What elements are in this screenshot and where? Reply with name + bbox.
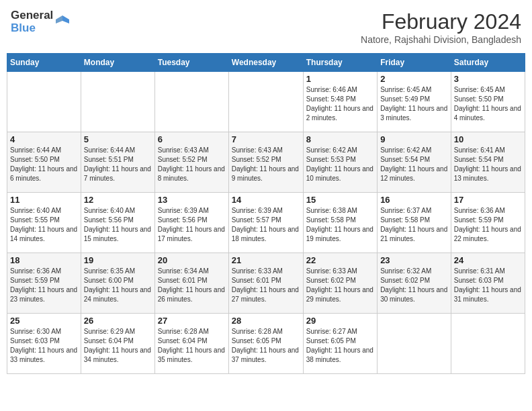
calendar-cell: 29Sunrise: 6:27 AM Sunset: 6:05 PM Dayli… (303, 314, 377, 374)
day-info: Sunrise: 6:37 AM Sunset: 5:58 PM Dayligh… (380, 206, 448, 244)
calendar-cell: 21Sunrise: 6:33 AM Sunset: 6:01 PM Dayli… (228, 253, 303, 314)
day-info: Sunrise: 6:27 AM Sunset: 6:05 PM Dayligh… (306, 327, 374, 365)
calendar-cell: 8Sunrise: 6:42 AM Sunset: 5:53 PM Daylig… (303, 132, 377, 193)
day-info: Sunrise: 6:35 AM Sunset: 6:00 PM Dayligh… (84, 267, 152, 304)
calendar-cell: 5Sunrise: 6:44 AM Sunset: 5:51 PM Daylig… (81, 132, 154, 193)
day-info: Sunrise: 6:31 AM Sunset: 6:03 PM Dayligh… (454, 267, 522, 304)
calendar-cell: 14Sunrise: 6:39 AM Sunset: 5:57 PM Dayli… (228, 193, 303, 253)
day-number: 3 (454, 74, 522, 84)
calendar-cell: 13Sunrise: 6:39 AM Sunset: 5:56 PM Dayli… (154, 193, 228, 253)
day-number: 27 (158, 316, 226, 326)
day-info: Sunrise: 6:41 AM Sunset: 5:54 PM Dayligh… (454, 146, 522, 183)
day-info: Sunrise: 6:43 AM Sunset: 5:52 PM Dayligh… (232, 146, 300, 183)
day-number: 19 (84, 255, 152, 265)
day-info: Sunrise: 6:44 AM Sunset: 5:50 PM Dayligh… (10, 146, 78, 183)
day-number: 13 (158, 195, 226, 205)
calendar-cell (7, 72, 81, 132)
day-info: Sunrise: 6:46 AM Sunset: 5:48 PM Dayligh… (306, 85, 374, 123)
day-number: 28 (232, 316, 300, 326)
calendar-cell: 1Sunrise: 6:46 AM Sunset: 5:48 PM Daylig… (303, 72, 377, 132)
calendar-week-row: 25Sunrise: 6:30 AM Sunset: 6:03 PM Dayli… (7, 314, 525, 374)
calendar-cell (228, 72, 303, 132)
calendar-cell: 19Sunrise: 6:35 AM Sunset: 6:00 PM Dayli… (81, 253, 154, 314)
calendar-cell: 16Sunrise: 6:37 AM Sunset: 5:58 PM Dayli… (378, 193, 451, 253)
col-header-wednesday: Wednesday (228, 54, 303, 72)
day-info: Sunrise: 6:45 AM Sunset: 5:49 PM Dayligh… (380, 85, 448, 123)
day-number: 5 (84, 134, 152, 144)
day-info: Sunrise: 6:28 AM Sunset: 6:05 PM Dayligh… (232, 327, 300, 365)
calendar-week-row: 1Sunrise: 6:46 AM Sunset: 5:48 PM Daylig… (7, 72, 525, 132)
calendar-cell: 7Sunrise: 6:43 AM Sunset: 5:52 PM Daylig… (228, 132, 303, 193)
day-info: Sunrise: 6:40 AM Sunset: 5:56 PM Dayligh… (84, 206, 152, 244)
day-number: 18 (10, 255, 78, 265)
day-info: Sunrise: 6:30 AM Sunset: 6:03 PM Dayligh… (10, 327, 78, 365)
calendar-table: SundayMondayTuesdayWednesdayThursdayFrid… (7, 53, 525, 374)
day-info: Sunrise: 6:43 AM Sunset: 5:52 PM Dayligh… (158, 146, 226, 183)
day-number: 21 (232, 255, 300, 265)
day-number: 26 (84, 316, 152, 326)
day-info: Sunrise: 6:28 AM Sunset: 6:04 PM Dayligh… (158, 327, 226, 365)
calendar-cell: 24Sunrise: 6:31 AM Sunset: 6:03 PM Dayli… (451, 253, 525, 314)
day-number: 6 (158, 134, 226, 144)
calendar-cell (81, 72, 154, 132)
day-info: Sunrise: 6:29 AM Sunset: 6:04 PM Dayligh… (84, 327, 152, 365)
day-number: 24 (454, 255, 522, 265)
day-number: 22 (306, 255, 374, 265)
calendar-cell: 10Sunrise: 6:41 AM Sunset: 5:54 PM Dayli… (451, 132, 525, 193)
day-info: Sunrise: 6:33 AM Sunset: 6:02 PM Dayligh… (306, 267, 374, 304)
col-header-sunday: Sunday (7, 54, 81, 72)
day-number: 29 (306, 316, 374, 326)
col-header-monday: Monday (81, 54, 154, 72)
calendar-cell: 6Sunrise: 6:43 AM Sunset: 5:52 PM Daylig… (154, 132, 228, 193)
calendar-cell: 28Sunrise: 6:28 AM Sunset: 6:05 PM Dayli… (228, 314, 303, 374)
day-info: Sunrise: 6:33 AM Sunset: 6:01 PM Dayligh… (232, 267, 300, 304)
day-info: Sunrise: 6:39 AM Sunset: 5:57 PM Dayligh… (232, 206, 300, 244)
logo-bird-icon (56, 14, 69, 28)
col-header-thursday: Thursday (303, 54, 377, 72)
calendar-cell: 17Sunrise: 6:36 AM Sunset: 5:59 PM Dayli… (451, 193, 525, 253)
calendar-cell: 4Sunrise: 6:44 AM Sunset: 5:50 PM Daylig… (7, 132, 81, 193)
day-info: Sunrise: 6:42 AM Sunset: 5:53 PM Dayligh… (306, 146, 374, 183)
calendar-cell: 9Sunrise: 6:42 AM Sunset: 5:54 PM Daylig… (378, 132, 451, 193)
day-info: Sunrise: 6:32 AM Sunset: 6:02 PM Dayligh… (380, 267, 448, 304)
day-number: 7 (232, 134, 300, 144)
day-number: 8 (306, 134, 374, 144)
col-header-tuesday: Tuesday (154, 54, 228, 72)
day-number: 25 (10, 316, 78, 326)
day-number: 11 (10, 195, 78, 205)
calendar-cell: 11Sunrise: 6:40 AM Sunset: 5:55 PM Dayli… (7, 193, 81, 253)
calendar-cell: 3Sunrise: 6:45 AM Sunset: 5:50 PM Daylig… (451, 72, 525, 132)
calendar-cell: 18Sunrise: 6:36 AM Sunset: 5:59 PM Dayli… (7, 253, 81, 314)
day-info: Sunrise: 6:40 AM Sunset: 5:55 PM Dayligh… (10, 206, 78, 244)
day-number: 15 (306, 195, 374, 205)
calendar-cell (451, 314, 525, 374)
calendar-cell: 27Sunrise: 6:28 AM Sunset: 6:04 PM Dayli… (154, 314, 228, 374)
header: General Blue February 2024 Natore, Rajsh… (7, 7, 525, 48)
day-info: Sunrise: 6:36 AM Sunset: 5:59 PM Dayligh… (454, 206, 522, 244)
svg-marker-0 (62, 15, 69, 24)
day-info: Sunrise: 6:45 AM Sunset: 5:50 PM Dayligh… (454, 85, 522, 123)
day-number: 14 (232, 195, 300, 205)
logo: General Blue (11, 9, 69, 34)
svg-marker-1 (56, 15, 62, 24)
logo-text: General Blue (11, 9, 53, 34)
calendar-week-row: 4Sunrise: 6:44 AM Sunset: 5:50 PM Daylig… (7, 132, 525, 193)
day-number: 20 (158, 255, 226, 265)
calendar-week-row: 18Sunrise: 6:36 AM Sunset: 5:59 PM Dayli… (7, 253, 525, 314)
calendar-week-row: 11Sunrise: 6:40 AM Sunset: 5:55 PM Dayli… (7, 193, 525, 253)
calendar-cell: 20Sunrise: 6:34 AM Sunset: 6:01 PM Dayli… (154, 253, 228, 314)
calendar-cell: 25Sunrise: 6:30 AM Sunset: 6:03 PM Dayli… (7, 314, 81, 374)
col-header-saturday: Saturday (451, 54, 525, 72)
day-number: 9 (380, 134, 448, 144)
day-info: Sunrise: 6:36 AM Sunset: 5:59 PM Dayligh… (10, 267, 78, 304)
calendar-cell (154, 72, 228, 132)
day-info: Sunrise: 6:44 AM Sunset: 5:51 PM Dayligh… (84, 146, 152, 183)
day-number: 10 (454, 134, 522, 144)
day-info: Sunrise: 6:34 AM Sunset: 6:01 PM Dayligh… (158, 267, 226, 304)
col-header-friday: Friday (378, 54, 451, 72)
day-number: 1 (306, 74, 374, 84)
day-info: Sunrise: 6:38 AM Sunset: 5:58 PM Dayligh… (306, 206, 374, 244)
day-number: 2 (380, 74, 448, 84)
calendar-cell: 12Sunrise: 6:40 AM Sunset: 5:56 PM Dayli… (81, 193, 154, 253)
calendar-cell: 22Sunrise: 6:33 AM Sunset: 6:02 PM Dayli… (303, 253, 377, 314)
